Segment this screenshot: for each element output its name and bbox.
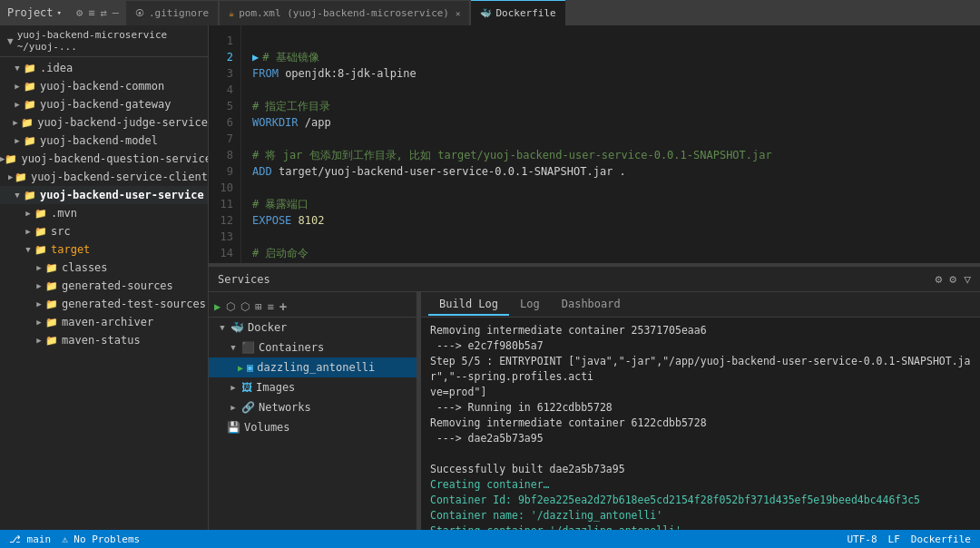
- tree-label: .idea: [40, 62, 73, 74]
- tree-item-src[interactable]: ▶ 📁 src: [0, 222, 208, 240]
- log-content[interactable]: Removing intermediate container 25371705…: [421, 318, 980, 530]
- port-number: 8102: [299, 212, 325, 229]
- tab-dockerfile[interactable]: 🐳 Dockerfile: [471, 0, 564, 25]
- tab-gitignore[interactable]: ⦿ .gitignore: [126, 0, 218, 25]
- tree-label: yuoj-backend-question-service: [21, 152, 208, 165]
- tree-item-maven-status[interactable]: ▶ 📁 maven-status: [0, 331, 208, 349]
- networks-label: Networks: [259, 401, 311, 414]
- code-text: /app: [305, 114, 331, 131]
- filter-icon[interactable]: ⊞: [255, 300, 261, 313]
- log-line-9: Successfully built dae2a5b73a95: [430, 462, 971, 477]
- arrow-icon: ▼: [227, 343, 240, 352]
- expand-all-icon[interactable]: ⬡: [226, 300, 235, 313]
- services-header-left: Services: [218, 273, 270, 286]
- code-line-11: # 暴露端口: [252, 196, 969, 212]
- toolbar-icon-3[interactable]: ⇄: [100, 6, 106, 19]
- services-tree-dazzling[interactable]: ▶ ▣ dazzling_antonelli: [209, 357, 416, 377]
- services-tree-images[interactable]: ▶ 🖼 Images: [209, 377, 416, 397]
- tree-item-user-service[interactable]: ▼ 📁 yuoj-backend-user-service: [0, 186, 208, 204]
- project-name: Project: [7, 6, 54, 19]
- tree-item-target[interactable]: ▼ 📁 target: [0, 240, 208, 259]
- close-icon[interactable]: ✕: [456, 9, 460, 18]
- tree-label: yuoj-backend-gateway: [40, 98, 172, 111]
- folder-icon: 📁: [45, 262, 58, 274]
- docker-logo-icon: 🐳: [230, 321, 244, 334]
- string-value: "/app/yuoj-backend-user-service-0.0.1-SN…: [423, 261, 757, 263]
- tree-item-model[interactable]: ▶ 📁 yuoj-backend-model: [0, 132, 208, 150]
- tab-gitignore-label: .gitignore: [149, 7, 209, 19]
- services-tree-volumes[interactable]: 💾 Volumes: [209, 417, 416, 437]
- tree-label: yuoj-backend-common: [40, 80, 164, 93]
- collapse-all-icon[interactable]: ⬡: [240, 300, 250, 313]
- code-line-9: ADD target/yuoj-backend-user-service-0.0…: [252, 163, 969, 180]
- editor-area: 1 2 3 4 5 6 7 8 9 10 11 12 13 14 15: [209, 25, 980, 530]
- log-line-1: Removing intermediate container 25371705…: [430, 323, 971, 338]
- tree-label: maven-status: [62, 334, 141, 347]
- keyword: WORKDIR: [252, 114, 305, 131]
- tab-dashboard[interactable]: Dashboard: [551, 294, 632, 316]
- line-numbers: 1 2 3 4 5 6 7 8 9 10 11 12 13 14 15: [209, 25, 241, 263]
- services-title: Services: [218, 273, 270, 286]
- collapse-services-icon[interactable]: ▽: [964, 272, 971, 286]
- tree-item-common[interactable]: ▶ 📁 yuoj-backend-common: [0, 77, 208, 95]
- code-line-8: # 将 jar 包添加到工作目录, 比如 target/yuoj-backend…: [252, 147, 969, 163]
- toolbar-icon-1[interactable]: ⚙: [76, 6, 83, 19]
- tree-item-idea[interactable]: ▼ 📁 .idea: [0, 59, 208, 77]
- toolbar-icon-2[interactable]: ≡: [88, 6, 94, 19]
- tree-item-judge[interactable]: ▶ 📁 yuoj-backend-judge-service: [0, 113, 208, 132]
- tree-item-question[interactable]: ▶ 📁 yuoj-backend-question-service: [0, 150, 208, 168]
- arrow-icon: ▶: [33, 336, 45, 345]
- folder-icon: 📁: [34, 226, 47, 238]
- docker-label: Docker: [248, 321, 287, 334]
- services-tree: ▶ ⬡ ⬡ ⊞ ≡ + ▼ 🐳 Docker: [209, 292, 417, 530]
- project-label[interactable]: Project ▾: [7, 6, 62, 19]
- tab-pom[interactable]: ☕ pom.xml (yuoj-backend-microservice) ✕: [220, 0, 469, 25]
- toolbar-icon-4[interactable]: —: [113, 6, 119, 19]
- volumes-label: Volumes: [244, 421, 290, 434]
- keyword: EXPOSE: [252, 212, 299, 229]
- tab-pom-label: pom.xml (yuoj-backend-microservice): [239, 7, 449, 19]
- log-line-13: Starting container '/dazzling_antonelli': [430, 524, 971, 530]
- folder-icon: 📁: [5, 153, 17, 165]
- tree-label: generated-sources: [62, 279, 173, 292]
- tree-item-generated-sources[interactable]: ▶ 📁 generated-sources: [0, 277, 208, 295]
- services-log-panel: Build Log Log Dashboard Removing interme…: [421, 292, 980, 530]
- arrow-icon: ▶: [33, 263, 45, 272]
- tree-label: .mvn: [51, 207, 77, 220]
- arrow-icon: ▼: [216, 323, 229, 332]
- code-editor: 1 2 3 4 5 6 7 8 9 10 11 12 13 14 15: [209, 25, 980, 263]
- tree-label: yuoj-backend-model: [40, 134, 158, 147]
- gear-icon[interactable]: ⚙: [949, 272, 956, 286]
- networks-icon: 🔗: [241, 401, 255, 414]
- tree-item-service-client[interactable]: ▶ 📁 yuoj-backend-service-client: [0, 168, 208, 186]
- services-tree-docker[interactable]: ▼ 🐳 Docker: [209, 318, 416, 338]
- arrow-icon: ▶: [227, 383, 240, 392]
- arrow-icon: ▶: [22, 209, 34, 218]
- folder-icon: 📁: [15, 171, 27, 183]
- container-item-icon: ▣: [247, 361, 253, 374]
- tree-item-classes[interactable]: ▶ 📁 classes: [0, 259, 208, 277]
- collapse-icon[interactable]: ▼: [7, 35, 14, 47]
- code-line-14: # 启动命令: [252, 245, 969, 261]
- tab-build-log[interactable]: Build Log: [428, 294, 509, 316]
- services-tree-containers[interactable]: ▼ ⬛ Containers: [209, 338, 416, 357]
- run-service-icon[interactable]: ▶: [214, 300, 220, 313]
- keyword: ENTRYPOINT: [252, 261, 324, 263]
- tab-log[interactable]: Log: [509, 294, 551, 316]
- tree-item-maven-archiver[interactable]: ▶ 📁 maven-archiver: [0, 313, 208, 331]
- filter2-icon[interactable]: ≡: [267, 300, 273, 313]
- tree-item-gateway[interactable]: ▶ 📁 yuoj-backend-gateway: [0, 95, 208, 113]
- log-line-2: ---> e2c7f980b5a7: [430, 338, 971, 354]
- settings-icon[interactable]: ⚙: [936, 272, 943, 286]
- status-filetype: Dockerfile: [911, 533, 971, 545]
- tree-item-mvn[interactable]: ▶ 📁 .mvn: [0, 204, 208, 222]
- add-icon[interactable]: +: [279, 299, 287, 314]
- arrow-icon: ▶: [11, 100, 24, 109]
- services-tree-networks[interactable]: ▶ 🔗 Networks: [209, 397, 416, 417]
- images-label: Images: [256, 381, 295, 394]
- images-icon: 🖼: [241, 381, 252, 394]
- keyword: FROM: [252, 65, 285, 82]
- code-content[interactable]: ▶ # 基础镜像 FROM openjdk:8-jdk-alpine # 指定工…: [241, 25, 980, 263]
- tree-item-generated-test-sources[interactable]: ▶ 📁 generated-test-sources: [0, 295, 208, 313]
- tree-label: src: [51, 225, 71, 238]
